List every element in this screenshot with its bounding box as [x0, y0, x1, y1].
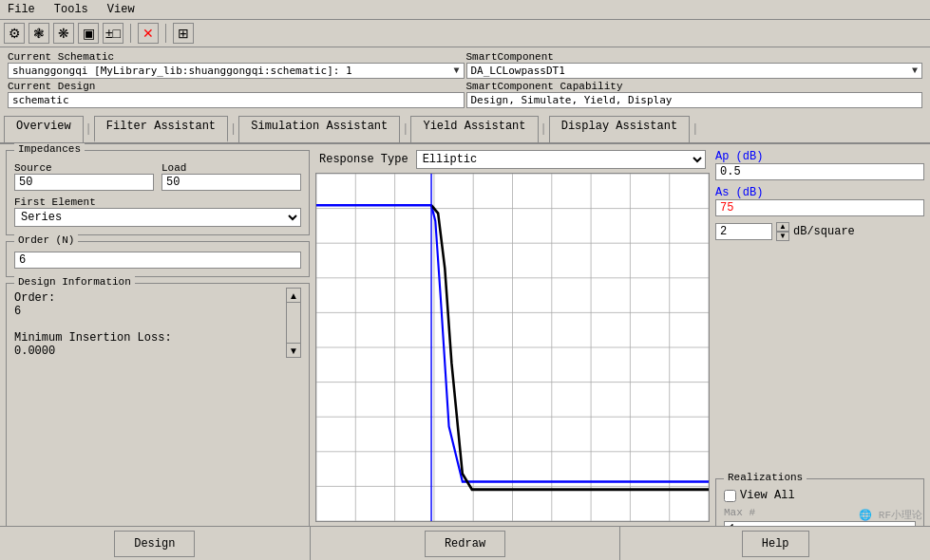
impedances-group: Impedances Source Load First Element Ser…	[6, 150, 310, 235]
scroll-up-btn[interactable]: ▲	[286, 288, 301, 303]
order-title: Order (N)	[14, 234, 78, 246]
design-btn-wrap: Design	[0, 531, 310, 557]
ap-label: Ap (dB)	[715, 150, 924, 163]
main-content: Impedances Source Load First Element Ser…	[0, 144, 930, 552]
impedances-title: Impedances	[14, 143, 85, 155]
toolbar: ⚙ ❃ ❋ ▣ ±□ ✕ ⊞	[0, 20, 930, 47]
db-spinner-down[interactable]: ▼	[776, 232, 789, 241]
redraw-btn-wrap: Redraw	[311, 531, 620, 557]
response-type-row: Response Type Elliptic Butterworth Cheby…	[315, 150, 710, 169]
watermark-icon: 🌐	[859, 510, 872, 521]
current-schematic-value[interactable]: shuanggongqi [MyLibrary_lib:shuanggongqi…	[8, 63, 465, 79]
tab-display-assistant[interactable]: Display Assistant	[549, 116, 690, 142]
tab-sep-1: |	[85, 116, 92, 142]
schematic-dropdown-arrow[interactable]: ▼	[453, 65, 459, 76]
chart-svg	[316, 174, 709, 521]
smart-component-value[interactable]: DA_LCLowpassDT1 ▼	[466, 63, 923, 79]
chart-area	[315, 173, 710, 522]
design-info-line-3: Minimum Insertion Loss:	[14, 331, 282, 345]
scroll-track	[286, 303, 301, 343]
smart-component-label: SmartComponent	[466, 51, 923, 63]
order-input[interactable]	[14, 252, 301, 269]
tab-sep-5: |	[692, 116, 698, 142]
first-element-label: First Element	[14, 196, 301, 208]
load-label: Load	[161, 162, 301, 174]
tab-simulation-assistant[interactable]: Simulation Assistant	[238, 116, 400, 142]
toolbar-sep	[130, 24, 131, 43]
db-spinner-up[interactable]: ▲	[776, 222, 789, 232]
smart-component-cap-label: SmartComponent Capability	[466, 81, 923, 92]
right-panel: Ap (dB) As (dB) ▲ ▼ dB/square Realizatio…	[715, 150, 924, 547]
impedances-fields: Source Load	[14, 162, 301, 191]
left-panel: Impedances Source Load First Element Ser…	[6, 150, 310, 547]
toolbar-btn-3[interactable]: ❋	[53, 23, 74, 44]
source-label: Source	[14, 162, 154, 174]
view-all-row: View All	[724, 489, 916, 502]
as-input[interactable]	[715, 199, 924, 216]
tab-overview[interactable]: Overview	[4, 116, 84, 142]
tabs-bar: Overview | Filter Assistant | Simulation…	[0, 112, 930, 144]
toolbar-btn-4[interactable]: ▣	[78, 23, 99, 44]
toolbar-btn-5[interactable]: ±□	[103, 23, 123, 44]
view-all-checkbox[interactable]	[724, 490, 736, 502]
load-input[interactable]	[161, 174, 301, 191]
toolbar-btn-2[interactable]: ❃	[28, 23, 49, 44]
bottom-bar: Design Redraw Help	[0, 526, 930, 560]
info-section: Current Schematic shuanggongqi [MyLibrar…	[0, 47, 930, 112]
menu-view[interactable]: View	[104, 2, 139, 17]
max-label: Max #	[724, 507, 755, 518]
redraw-button[interactable]: Redraw	[425, 531, 505, 557]
ap-input[interactable]	[715, 163, 924, 180]
source-field-group: Source	[14, 162, 154, 191]
smart-component-dropdown-arrow[interactable]: ▼	[912, 65, 918, 76]
design-info-content: Order: 6 Minimum Insertion Loss: 0.0000	[14, 291, 282, 358]
design-info-title: Design Information	[14, 276, 135, 288]
menu-tools[interactable]: Tools	[50, 2, 92, 17]
design-info-inner: Order: 6 Minimum Insertion Loss: 0.0000 …	[14, 288, 301, 358]
watermark: 🌐 RF小理论	[859, 508, 922, 522]
ap-section: Ap (dB)	[715, 150, 924, 180]
design-info-group: Design Information Order: 6 Minimum Inse…	[6, 283, 310, 547]
help-button[interactable]: Help	[742, 531, 809, 557]
middle-panel: Response Type Elliptic Butterworth Cheby…	[315, 150, 710, 547]
watermark-text: RF小理论	[879, 510, 922, 521]
source-input[interactable]	[14, 174, 154, 191]
toolbar-sep2	[165, 24, 166, 43]
help-btn-wrap: Help	[620, 531, 930, 557]
design-info-line-1: 6	[14, 305, 282, 318]
tab-filter-assistant[interactable]: Filter Assistant	[94, 116, 228, 142]
db-row: ▲ ▼ dB/square	[715, 222, 924, 241]
load-field-group: Load	[161, 162, 301, 191]
realizations-title: Realizations	[724, 472, 807, 483]
current-design-value: schematic	[8, 92, 465, 108]
design-info-line-2	[14, 318, 282, 331]
smart-component-row: SmartComponent DA_LCLowpassDT1 ▼	[466, 51, 923, 79]
db-spinners: ▲ ▼	[776, 222, 789, 241]
tab-sep-4: |	[541, 116, 547, 142]
right-spacer	[715, 247, 924, 473]
design-info-line-4: 0.0000	[14, 345, 282, 358]
db-input[interactable]	[715, 223, 772, 240]
menu-file[interactable]: File	[4, 2, 39, 17]
first-element-group: First Element Series Shunt	[14, 196, 301, 227]
response-type-label: Response Type	[319, 153, 408, 166]
toolbar-btn-grid[interactable]: ⊞	[173, 23, 194, 44]
tab-yield-assistant[interactable]: Yield Assistant	[410, 116, 538, 142]
first-element-select[interactable]: Series Shunt	[14, 208, 301, 227]
design-info-scrollbar: ▲ ▼	[286, 288, 301, 358]
current-schematic-label: Current Schematic	[8, 51, 465, 63]
view-all-label: View All	[740, 489, 795, 502]
response-type-select[interactable]: Elliptic Butterworth Chebyshev Bessel	[416, 150, 706, 169]
order-group: Order (N)	[6, 241, 310, 277]
menu-bar: File Tools View	[0, 0, 930, 20]
current-design-row: Current Design schematic	[8, 81, 465, 108]
design-button[interactable]: Design	[114, 531, 195, 557]
smart-component-cap-value: Design, Simulate, Yield, Display	[466, 92, 923, 108]
toolbar-btn-delete[interactable]: ✕	[138, 23, 159, 44]
tab-sep-2: |	[230, 116, 237, 142]
db-per-square-label: dB/square	[793, 225, 855, 238]
as-section: As (dB)	[715, 186, 924, 216]
smart-component-cap-row: SmartComponent Capability Design, Simula…	[466, 81, 923, 108]
toolbar-btn-1[interactable]: ⚙	[4, 23, 25, 44]
scroll-down-btn[interactable]: ▼	[286, 343, 301, 358]
